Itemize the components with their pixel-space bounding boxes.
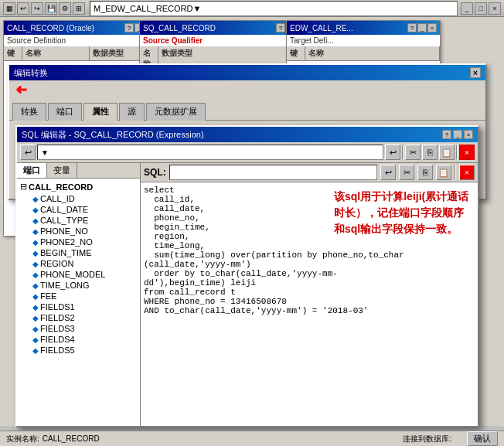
- tree-item-icon-11: ◆: [32, 303, 39, 312]
- tree-item-fields4[interactable]: ◆ FIELDS4: [32, 334, 137, 345]
- tree-item-icon-8: ◆: [32, 271, 39, 279]
- tree-item-fields3[interactable]: ◆ FIELDS3: [32, 323, 137, 334]
- sql-btn-2[interactable]: ↩: [385, 145, 400, 160]
- tree-item-begin-time[interactable]: ◆ BEGIN_TIME: [32, 247, 137, 258]
- tab-transform[interactable]: 转换: [12, 103, 46, 121]
- tree-item-icon-10: ◆: [32, 292, 39, 301]
- panel-left-help[interactable]: ?: [124, 23, 134, 32]
- panel-middle-titlebar: SQ_CALL_RECORD ? _ ×: [140, 21, 308, 35]
- tab-metadata[interactable]: 元数据扩展: [146, 103, 206, 121]
- tree-item-label-12: FIELDS2: [40, 313, 75, 322]
- tree-item-fee[interactable]: ◆ FEE: [32, 291, 137, 301]
- tree-item-icon-2: ◆: [32, 206, 39, 214]
- title-dropdown-arrow[interactable]: ▼: [192, 4, 201, 13]
- tree-item-icon-3: ◆: [32, 216, 39, 225]
- tree-item-call-type[interactable]: ◆ CALL_TYPE: [32, 215, 137, 226]
- edit-dialog-arrow-area: ➜: [9, 80, 485, 99]
- toolbar-icon-3[interactable]: 💾: [45, 2, 57, 15]
- sql-dialog-titlebar: SQL 编辑器 - SQ_CALL_RECORD (Expression) ? …: [17, 127, 478, 142]
- sql-dialog-titlebar-btns[interactable]: ? _ ×: [442, 130, 473, 139]
- panel-right-col2: 名称: [305, 46, 440, 60]
- sql-dialog-min[interactable]: _: [453, 130, 462, 139]
- sql-btn-1[interactable]: ↩: [20, 145, 36, 160]
- tree-item-icon-12: ◆: [32, 314, 39, 322]
- tab-properties[interactable]: 属性: [83, 103, 117, 121]
- panel-left-title: CALL_RECORD (Oracle): [7, 24, 94, 32]
- tree-item-call-id[interactable]: ◆ CALL_ID: [32, 193, 137, 204]
- sql-btn-paste[interactable]: 📋: [439, 145, 455, 160]
- minimize-btn[interactable]: _: [461, 2, 473, 15]
- tree-item-label-14: FIELDS4: [40, 335, 75, 344]
- tree-item-call-date[interactable]: ◆ CALL_DATE: [32, 204, 137, 215]
- sql-textarea-area: select call_id, call_date, phone_no, beg…: [141, 182, 478, 426]
- panel-right-close[interactable]: ×: [427, 23, 437, 32]
- title-bar: ▦ ↩ ↪ 💾 ⚙ ⊞ M_EDW_CALL_RECORD ▼ _ □ ×: [0, 0, 504, 17]
- sql-dialog-close[interactable]: ×: [464, 130, 473, 139]
- sql-top-btn-x[interactable]: ×: [459, 165, 475, 180]
- tree-item-phone-model[interactable]: ◆ PHONE_MODEL: [32, 269, 137, 280]
- panel-middle-title: SQ_CALL_RECORD: [143, 24, 216, 32]
- tree-item-icon-15: ◆: [32, 346, 39, 355]
- sql-dialog-title: SQL 编辑器 - SQ_CALL_RECORD (Expression): [22, 129, 204, 141]
- sql-btn-copy[interactable]: ⎘: [422, 145, 438, 160]
- sql-top-btn2[interactable]: ✂: [399, 165, 414, 180]
- edit-dialog-close[interactable]: ×: [470, 67, 481, 78]
- title-dropdown[interactable]: M_EDW_CALL_RECORD ▼: [90, 1, 458, 16]
- title-bar-icons[interactable]: ▦ ↩ ↪ 💾 ⚙ ⊞: [3, 2, 85, 15]
- toolbar-icon-4[interactable]: ⚙: [59, 2, 71, 15]
- tree-item-phone2-no[interactable]: ◆ PHONE2_NO: [32, 237, 137, 247]
- tree-item-phone-no[interactable]: ◆ PHONE_NO: [32, 226, 137, 237]
- sql-btn-close[interactable]: ×: [459, 145, 475, 160]
- panel-left-content: Source Definition 键 名称 数据类型: [4, 35, 157, 61]
- sql-top-btn1[interactable]: ↩: [380, 165, 396, 180]
- sql-content: 端口 变量 ⊟ CALL_RECORD: [17, 163, 478, 426]
- sql-toolbar-dropdown[interactable]: ▼: [37, 145, 383, 160]
- tab-source[interactable]: 源: [119, 103, 145, 121]
- status-item-connect: 连接到数据库:: [403, 434, 451, 444]
- toolbar-icon-1[interactable]: ↩: [17, 2, 29, 15]
- panel-right-subtitle: Target Defi...: [287, 35, 440, 46]
- tab-port[interactable]: 端口: [48, 103, 82, 121]
- panel-right-min[interactable]: _: [417, 23, 427, 32]
- tree-item-label-1: CALL_ID: [40, 194, 75, 203]
- tree-item-label-3: CALL_TYPE: [40, 216, 88, 225]
- sql-separator-2: [456, 145, 458, 159]
- tree-item-icon-4: ◆: [32, 227, 39, 236]
- field-tab-var[interactable]: 变量: [47, 163, 77, 178]
- tree-item-icon-14: ◆: [32, 335, 39, 344]
- tree-item-region[interactable]: ◆ REGION: [32, 258, 137, 269]
- tree-item-fields1[interactable]: ◆ FIELDS1: [32, 301, 137, 312]
- sql-dialog-help[interactable]: ?: [442, 130, 451, 139]
- panel-right-btns[interactable]: ? _ ×: [407, 23, 437, 32]
- edit-dialog-titlebar: 编辑转换 ×: [9, 65, 485, 80]
- panel-left-col2: 名称: [22, 46, 90, 60]
- sql-top-btn3[interactable]: ⎘: [417, 165, 433, 180]
- tree-item-label-11: FIELDS1: [40, 302, 75, 312]
- close-btn-title[interactable]: ×: [489, 2, 501, 15]
- tree-expand-icon[interactable]: ⊟: [20, 182, 27, 192]
- sql-top-btn4[interactable]: 📋: [436, 165, 451, 180]
- maximize-btn[interactable]: □: [475, 2, 487, 15]
- sql-top-input[interactable]: [169, 165, 377, 180]
- field-tab-port[interactable]: 端口: [17, 163, 47, 178]
- sql-textarea[interactable]: select call_id, call_date, phone_no, beg…: [141, 182, 478, 426]
- panel-right-help[interactable]: ?: [407, 23, 417, 32]
- edit-dialog-tabs[interactable]: 转换 端口 属性 源 元数据扩展: [9, 99, 485, 121]
- tree-item-fields5[interactable]: ◆ FIELDS5: [32, 345, 137, 356]
- sql-btn-scissors[interactable]: ✂: [405, 145, 421, 160]
- toolbar-icon-2[interactable]: ↪: [31, 2, 43, 15]
- status-item-instance: 实例名称: CALL_RECORD: [6, 434, 100, 444]
- panel-right-title: EDW_CALL_RE...: [290, 24, 353, 32]
- confirm-button[interactable]: 确认: [467, 431, 498, 446]
- panel-right-content: Target Defi... 键 名称: [287, 35, 440, 61]
- panel-middle-help[interactable]: ?: [276, 23, 285, 32]
- tree-item-icon-7: ◆: [32, 260, 39, 268]
- toolbar-icon-5[interactable]: ⊞: [73, 2, 85, 15]
- panel-left-col1: 键: [4, 46, 22, 60]
- tree-item-fields2[interactable]: ◆ FIELDS2: [32, 312, 137, 323]
- tree-items: ◆ CALL_ID ◆ CALL_DATE ◆ CALL_TYPE: [32, 193, 137, 356]
- field-tabs[interactable]: 端口 变量: [17, 163, 140, 179]
- tree-item-time-long[interactable]: ◆ TIME_LONG: [32, 280, 137, 291]
- panel-left-titlebar: CALL_RECORD (Oracle) ? _ ×: [4, 21, 157, 35]
- panel-right-header: 键 名称: [287, 46, 440, 61]
